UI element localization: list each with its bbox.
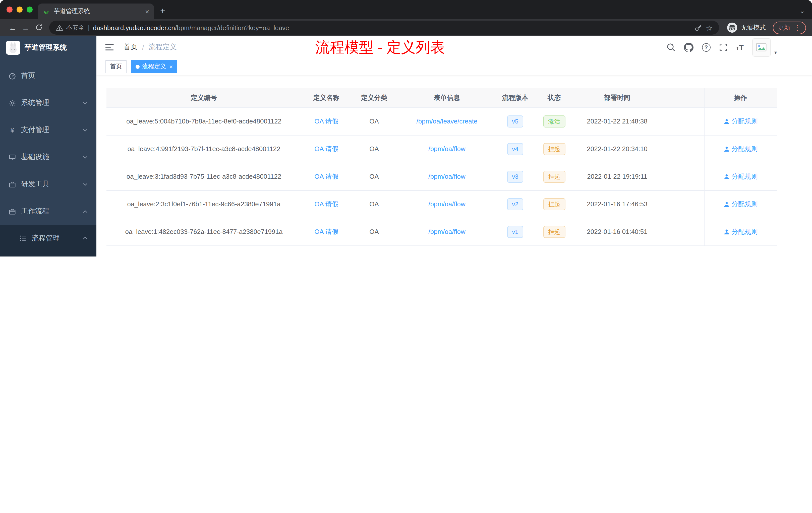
- status-tag: 挂起: [543, 171, 565, 182]
- caret-down-icon[interactable]: ▾: [774, 50, 777, 55]
- definition-name-link[interactable]: OA 请假: [314, 117, 338, 125]
- table-row: oa_leave:1:482ec033-762a-11ec-8477-a2380…: [107, 218, 777, 245]
- cell-filler: [659, 190, 704, 218]
- person-icon: [724, 174, 730, 179]
- form-link[interactable]: /bpm/oa/flow: [428, 145, 465, 153]
- assign-rule-link[interactable]: 分配规则: [724, 172, 758, 181]
- monitor-icon: [8, 153, 16, 161]
- cell-deploy-time: 2022-01-22 20:34:10: [575, 135, 659, 163]
- back-button[interactable]: ←: [6, 24, 19, 31]
- sidebar-item-workflow[interactable]: 工作流程: [0, 198, 96, 225]
- sidebar: 芋道管理系统 首页: [0, 36, 96, 256]
- window-zoom-button[interactable]: [27, 6, 33, 12]
- update-label: 更新: [778, 23, 790, 32]
- cell-category: OA: [351, 190, 397, 218]
- column-header-time: 部署时间: [575, 88, 659, 108]
- sidebar-item-process-management[interactable]: 流程管理: [0, 225, 96, 251]
- assign-rule-link[interactable]: 分配规则: [724, 227, 758, 236]
- tab-search-chevron-icon[interactable]: ⌄: [800, 7, 805, 14]
- tab-title: 芋道管理系统: [54, 7, 141, 16]
- logo-avatar: [6, 41, 20, 55]
- definition-name-link[interactable]: OA 请假: [314, 200, 338, 208]
- update-button[interactable]: 更新 ⋮: [773, 21, 806, 34]
- github-icon[interactable]: [684, 42, 693, 52]
- new-tab-button[interactable]: +: [160, 6, 165, 15]
- version-tag: v2: [507, 198, 523, 210]
- assign-rule-link[interactable]: 分配规则: [724, 200, 758, 209]
- column-header-status: 状态: [533, 88, 575, 108]
- reload-icon: [35, 23, 42, 31]
- assign-rule-link[interactable]: 分配规则: [724, 117, 758, 126]
- sidebar-item-process-forms[interactable]: 流程表单: [0, 251, 96, 256]
- form-link[interactable]: /bpm/oa/leave/create: [416, 117, 477, 125]
- version-tag: v4: [507, 143, 523, 155]
- sidebar-logo[interactable]: 芋道管理系统: [0, 36, 96, 59]
- sidebar-item-payment[interactable]: ¥ 支付管理: [0, 117, 96, 144]
- sidebar-item-label: 支付管理: [21, 125, 49, 134]
- browser-toolbar: ← → 不安全 | dashboard.yudao.io: [0, 19, 812, 36]
- password-key-icon[interactable]: [694, 24, 702, 32]
- breadcrumb-home[interactable]: 首页: [123, 43, 138, 52]
- address-bar[interactable]: 不安全 | dashboard.yudao.iocoder.cn/bpm/man…: [49, 21, 719, 35]
- sidebar-item-home[interactable]: 首页: [0, 62, 96, 89]
- cell-category: OA: [351, 108, 397, 135]
- form-link[interactable]: /bpm/oa/flow: [428, 228, 465, 235]
- cell-definition-id: oa_leave:2:3c1f0ef1-76b1-11ec-9c66-a2380…: [107, 190, 301, 218]
- status-tag: 激活: [543, 115, 565, 127]
- cell-filler: [659, 108, 704, 135]
- definition-table: 定义编号 定义名称 定义分类 表单信息 流程版本 状态 部署时间 操作: [107, 88, 777, 246]
- page-content: 定义编号 定义名称 定义分类 表单信息 流程版本 状态 部署时间 操作: [96, 75, 812, 256]
- window-controls: [6, 6, 33, 12]
- chevron-down-icon: [82, 154, 88, 160]
- font-size-icon[interactable]: TT: [736, 43, 744, 51]
- sidebar-submenu-workflow: 流程管理 流程表单: [0, 225, 96, 256]
- incognito-label: 无痕模式: [741, 23, 766, 32]
- reload-button[interactable]: [32, 23, 45, 32]
- definition-name-link[interactable]: OA 请假: [314, 173, 338, 180]
- cell-category: OA: [351, 163, 397, 190]
- cell-deploy-time: 2022-01-22 21:48:38: [575, 108, 659, 135]
- tag-home[interactable]: 首页: [106, 60, 126, 73]
- browser-tab[interactable]: 芋道管理系统 ×: [38, 3, 154, 19]
- table-row: oa_leave:2:3c1f0ef1-76b1-11ec-9c66-a2380…: [107, 190, 777, 218]
- tag-process-definition[interactable]: 流程定义 ×: [131, 60, 177, 73]
- search-icon[interactable]: [666, 43, 675, 52]
- column-header-filler: [659, 88, 704, 108]
- form-link[interactable]: /bpm/oa/flow: [428, 200, 465, 208]
- briefcase-icon: [8, 208, 16, 215]
- security-chip[interactable]: 不安全: [56, 23, 84, 32]
- column-header-category: 定义分类: [351, 88, 397, 108]
- cell-filler: [659, 135, 704, 163]
- cell-deploy-time: 2022-01-16 01:40:51: [575, 218, 659, 245]
- forward-button[interactable]: →: [19, 24, 32, 31]
- cell-filler: [659, 218, 704, 245]
- sidebar-item-label: 工作流程: [21, 207, 49, 216]
- tag-close-icon[interactable]: ×: [169, 63, 173, 69]
- dashboard-icon: [8, 72, 16, 80]
- cell-category: OA: [351, 135, 397, 163]
- cell-definition-id: oa_leave:4:991f2193-7b7f-11ec-a3c8-acde4…: [107, 135, 301, 163]
- definition-name-link[interactable]: OA 请假: [314, 228, 338, 235]
- cell-definition-id: oa_leave:1:482ec033-762a-11ec-8477-a2380…: [107, 218, 301, 245]
- avatar[interactable]: [752, 38, 771, 57]
- cell-category: OA: [351, 218, 397, 245]
- assign-rule-link[interactable]: 分配规则: [724, 144, 758, 153]
- form-link[interactable]: /bpm/oa/flow: [428, 173, 465, 180]
- help-icon[interactable]: ?: [702, 43, 710, 52]
- omnibox-divider: |: [88, 24, 89, 31]
- sidebar-item-label: 首页: [21, 71, 35, 80]
- sidebar-toggle-icon[interactable]: [105, 42, 115, 52]
- person-icon: [724, 229, 730, 235]
- tab-close-icon[interactable]: ×: [145, 8, 149, 15]
- fullscreen-icon[interactable]: [719, 43, 727, 52]
- bookmark-star-icon[interactable]: ☆: [706, 24, 713, 31]
- definition-name-link[interactable]: OA 请假: [314, 145, 338, 152]
- sidebar-item-system[interactable]: 系统管理: [0, 89, 96, 117]
- window-minimize-button[interactable]: [17, 6, 23, 12]
- cell-deploy-time: 2022-01-16 17:46:53: [575, 190, 659, 218]
- window-close-button[interactable]: [6, 6, 12, 12]
- person-icon: [724, 201, 730, 207]
- sidebar-item-dev-tools[interactable]: 研发工具: [0, 171, 96, 198]
- browser-menu-dots-icon[interactable]: ⋮: [794, 24, 801, 31]
- sidebar-item-infrastructure[interactable]: 基础设施: [0, 144, 96, 171]
